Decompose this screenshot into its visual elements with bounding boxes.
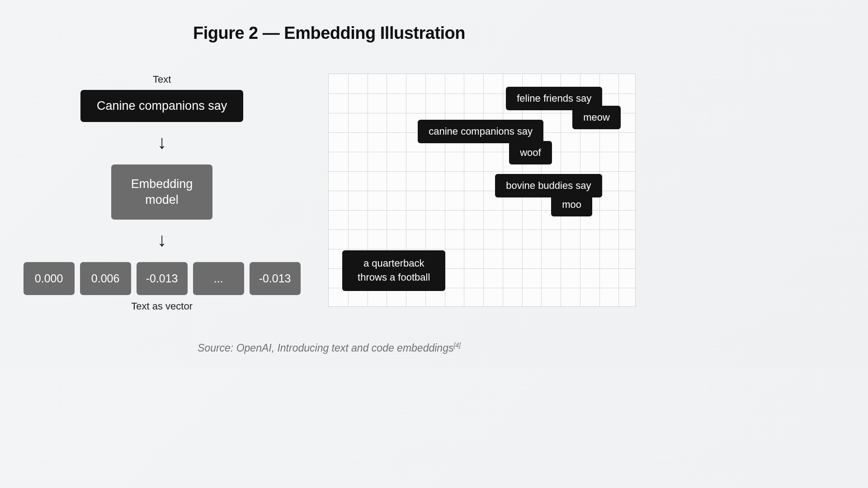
vector-cell: -0.013 (137, 262, 188, 295)
grid-line (329, 249, 635, 249)
arrow-down-icon: ↓ (157, 133, 167, 152)
grid-line (483, 74, 484, 306)
vector-cell: -0.013 (250, 262, 301, 295)
vector-label: Text as vector (131, 300, 193, 312)
input-text-box: Canine companions say (80, 90, 243, 122)
embedding-box: woof (509, 141, 552, 164)
embedding-space-grid: feline friends saymeowcanine companions … (328, 74, 636, 307)
model-box: Embedding model (111, 164, 213, 220)
vector-cell: ... (193, 262, 244, 295)
vector-row: 0.0000.006-0.013...-0.013 (24, 262, 301, 295)
embedding-box: moo (551, 193, 592, 216)
text-label: Text (153, 74, 171, 85)
figure-title: Figure 2 — Embedding Illustration (0, 23, 658, 43)
model-line1: Embedding (131, 177, 193, 191)
flow-diagram: Text Canine companions say ↓ Embedding m… (23, 74, 301, 312)
source-text: Source: OpenAI, Introducing text and cod… (198, 342, 453, 354)
citation-ref: [4] (453, 342, 461, 349)
embedding-box: canine companions say (418, 120, 543, 143)
grid-line (329, 230, 635, 230)
embedding-box: a quarterback throws a football (342, 250, 445, 291)
vector-cell: 0.006 (80, 262, 131, 295)
grid-line (329, 171, 635, 172)
embedding-box: meow (572, 106, 621, 129)
grid-line (464, 74, 464, 306)
vector-cell: 0.000 (24, 262, 75, 295)
arrow-down-icon: ↓ (157, 230, 167, 249)
content-area: Text Canine companions say ↓ Embedding m… (0, 74, 658, 312)
model-line2: model (145, 193, 179, 206)
source-attribution: Source: OpenAI, Introducing text and cod… (0, 342, 658, 354)
grid-line (329, 152, 635, 152)
